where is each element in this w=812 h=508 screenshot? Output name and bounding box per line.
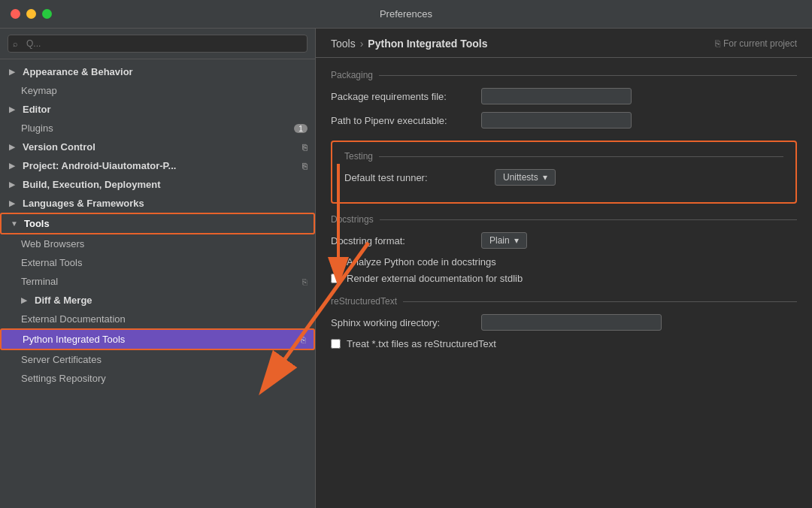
sidebar-item-project[interactable]: ▶ Project: Android-Uiautomator-P... ⎘: [0, 156, 315, 175]
sidebar-item-label: Languages & Frameworks: [23, 198, 144, 209]
titlebar: Preferences: [0, 0, 812, 29]
sidebar-item-label: Python Integrated Tools: [23, 334, 125, 345]
treat-txt-row: Treat *.txt files as reStructuredText: [331, 338, 797, 349]
sidebar-item-label: External Documentation: [21, 313, 126, 325]
sidebar-item-server-certificates[interactable]: Server Certificates: [0, 350, 315, 369]
sidebar-item-label: Settings Repository: [21, 373, 106, 384]
dropdown-value: Unittests: [503, 172, 538, 183]
sidebar-item-label: Terminal: [21, 276, 58, 287]
sidebar-nav: ▶ Appearance & Behavior Keymap ▶ Editor …: [0, 59, 315, 508]
default-test-runner-row: Default test runner: Unittests ▾: [344, 169, 783, 186]
sidebar-item-label: Server Certificates: [21, 354, 102, 365]
expand-arrow-icon: ▶: [9, 143, 18, 151]
treat-txt-checkbox[interactable]: [331, 339, 341, 349]
sidebar-item-tools[interactable]: ▼ Tools: [0, 213, 315, 234]
package-requirements-row: Package requirements file:: [331, 88, 797, 104]
expand-arrow-icon: ▶: [9, 68, 18, 76]
sidebar-item-label: Editor: [23, 104, 51, 115]
expand-arrow-icon: ▶: [9, 199, 18, 207]
package-requirements-label: Package requirements file:: [331, 91, 474, 102]
sidebar-item-editor[interactable]: ▶ Editor: [0, 100, 315, 119]
docstring-format-dropdown[interactable]: Plain ▾: [481, 232, 527, 249]
default-test-runner-label: Default test runner:: [344, 172, 487, 183]
analyze-python-checkbox[interactable]: [331, 257, 341, 267]
sidebar-item-label: Diff & Merge: [35, 295, 92, 306]
pipenv-input[interactable]: [481, 112, 632, 129]
sphinx-working-dir-row: Sphinx working directory:: [331, 314, 797, 331]
for-current-project[interactable]: ⎘ For current project: [715, 38, 797, 49]
chevron-down-icon: ▾: [514, 235, 519, 246]
breadcrumb-separator: ›: [360, 38, 364, 50]
default-test-runner-dropdown[interactable]: Unittests ▾: [495, 169, 556, 186]
plugins-badge: 1: [294, 124, 308, 133]
dropdown-value: Plain: [489, 235, 510, 246]
expand-arrow-icon: ▼: [11, 219, 20, 228]
copy-icon: ⎘: [301, 335, 306, 344]
testing-section: Testing Default test runner: Unittests ▾: [331, 141, 797, 204]
content-header: Tools › Python Integrated Tools ⎘ For cu…: [316, 29, 812, 58]
sidebar-item-label: Appearance & Behavior: [23, 66, 133, 77]
sidebar-item-terminal[interactable]: Terminal ⎘: [0, 272, 315, 291]
expand-arrow-icon: ▶: [9, 180, 18, 189]
expand-arrow-icon: ▶: [9, 105, 18, 113]
minimize-button[interactable]: [26, 9, 36, 19]
sphinx-working-dir-input[interactable]: [481, 314, 662, 331]
breadcrumb-root: Tools: [331, 38, 356, 50]
main-container: ⌕ ▶ Appearance & Behavior Keymap ▶ Edito…: [0, 29, 812, 508]
for-project-label: For current project: [723, 38, 797, 49]
sidebar-item-label: Project: Android-Uiautomator-P...: [23, 160, 176, 171]
copy-icon: ⎘: [302, 143, 308, 152]
search-bar: ⌕: [0, 29, 315, 59]
pipenv-row: Path to Pipenv executable:: [331, 112, 797, 129]
window-controls: [11, 9, 52, 19]
sidebar-item-label: Keymap: [21, 85, 57, 96]
sidebar-item-label: Version Control: [23, 141, 95, 153]
sidebar-item-build[interactable]: ▶ Build, Execution, Deployment: [0, 175, 315, 194]
copy-icon: ⎘: [715, 38, 720, 49]
expand-arrow-icon: ▶: [9, 162, 18, 170]
sidebar-item-external-tools[interactable]: External Tools: [0, 253, 315, 272]
sidebar-item-languages[interactable]: ▶ Languages & Frameworks: [0, 194, 315, 213]
sidebar-item-appearance[interactable]: ▶ Appearance & Behavior: [0, 62, 315, 81]
sidebar-item-web-browsers[interactable]: Web Browsers: [0, 234, 315, 253]
package-requirements-input[interactable]: [481, 88, 632, 104]
sidebar-item-version-control[interactable]: ▶ Version Control ⎘: [0, 138, 315, 156]
docstrings-section-label: Docstrings: [331, 214, 797, 225]
analyze-python-label: Analyze Python code in docstrings: [347, 256, 496, 268]
window-title: Preferences: [380, 8, 432, 20]
sidebar-item-plugins[interactable]: Plugins 1: [0, 119, 315, 138]
analyze-python-row: Analyze Python code in docstrings: [331, 256, 797, 268]
render-external-checkbox[interactable]: [331, 274, 341, 283]
sidebar-item-label: Tools: [24, 218, 50, 229]
content-body: Packaging Package requirements file: Pat…: [316, 58, 812, 367]
sidebar-item-label: Build, Execution, Deployment: [23, 179, 160, 190]
sidebar-item-settings-repository[interactable]: Settings Repository: [0, 369, 315, 388]
testing-section-label: Testing: [344, 151, 783, 162]
treat-txt-label: Treat *.txt files as reStructuredText: [347, 338, 496, 349]
copy-icon: ⎘: [302, 277, 308, 286]
search-input[interactable]: [8, 35, 308, 53]
packaging-section-label: Packaging: [331, 70, 797, 80]
close-button[interactable]: [11, 9, 20, 19]
copy-icon: ⎘: [302, 162, 308, 171]
sidebar-item-external-documentation[interactable]: External Documentation: [0, 310, 315, 328]
pipenv-label: Path to Pipenv executable:: [331, 115, 474, 126]
restructuredtext-section-label: reStructuredText: [331, 296, 797, 307]
sidebar: ⌕ ▶ Appearance & Behavior Keymap ▶ Edito…: [0, 29, 316, 508]
expand-arrow-icon: ▶: [21, 296, 30, 304]
sidebar-item-label: External Tools: [21, 257, 82, 268]
docstring-format-row: Docstring format: Plain ▾: [331, 232, 797, 249]
sidebar-item-label: Plugins: [21, 122, 53, 134]
content-area: Tools › Python Integrated Tools ⎘ For cu…: [316, 29, 812, 508]
maximize-button[interactable]: [42, 9, 52, 19]
search-icon: ⌕: [13, 39, 18, 48]
docstring-format-label: Docstring format:: [331, 235, 474, 246]
render-external-row: Render external documentation for stdlib: [331, 273, 797, 284]
sidebar-item-python-integrated-tools[interactable]: Python Integrated Tools ⎘: [0, 328, 315, 350]
sidebar-item-label: Web Browsers: [21, 238, 84, 249]
breadcrumb: Tools › Python Integrated Tools: [331, 38, 488, 50]
sphinx-working-dir-label: Sphinx working directory:: [331, 317, 474, 328]
sidebar-item-keymap[interactable]: Keymap: [0, 81, 315, 100]
render-external-label: Render external documentation for stdlib: [347, 273, 523, 284]
sidebar-item-diff-merge[interactable]: ▶ Diff & Merge: [0, 291, 315, 310]
